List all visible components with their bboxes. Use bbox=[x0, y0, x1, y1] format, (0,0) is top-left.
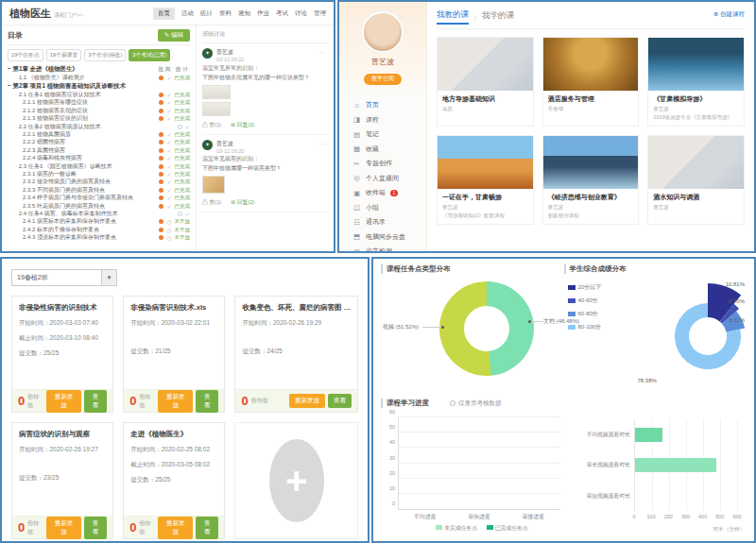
like-button[interactable]: 凸 赞(1) bbox=[202, 198, 221, 207]
filter-chip[interactable]: 19个任务点 bbox=[8, 49, 43, 61]
homework-card: 非侵染病害识别技术.xls开始时间：2020-03-02 22:01 提交数：2… bbox=[123, 296, 225, 413]
post-image[interactable] bbox=[202, 176, 225, 194]
pending-label: 份待批 bbox=[27, 519, 43, 536]
sidebar-item-favorites[interactable]: ▦收藏 bbox=[352, 142, 426, 157]
row-state: 已完成 bbox=[175, 139, 191, 145]
homework-end-time bbox=[242, 334, 351, 341]
filter-radio[interactable]: 仅显示考核数据 bbox=[450, 399, 502, 408]
legend-item[interactable]: 未完成任务点 bbox=[436, 524, 477, 533]
pending-label: 份待批 bbox=[139, 519, 155, 536]
course-card[interactable]: 《甘肃模拟导游》晋艺波2019级旅游专业《甘肃模拟导游》 bbox=[647, 37, 745, 127]
sidebar-item-paper-check[interactable]: ▥论文检测 bbox=[352, 245, 426, 254]
filter-chip[interactable]: 3个作业(待批) bbox=[84, 49, 126, 61]
space-badge[interactable]: 教学空间 bbox=[364, 74, 402, 85]
check-icon: ✓ bbox=[166, 147, 171, 154]
legend-item[interactable]: 60-80分 bbox=[568, 310, 602, 318]
filter-chip[interactable]: 19个慕课堂 bbox=[46, 49, 82, 61]
tree-row[interactable]: − 第1章 走进《植物医生》批阅 统计 bbox=[8, 64, 190, 74]
nav-item-8[interactable]: 讨论 bbox=[295, 9, 307, 18]
profile-block: 晋艺波 教学空间 bbox=[339, 2, 426, 93]
homework-title: 走进《植物医生》 bbox=[130, 430, 217, 439]
nav-item-6[interactable]: 作业 bbox=[257, 9, 269, 18]
tree-row[interactable]: 2.4.3 浸渍标本的采集和保存制作要点◷未开放 bbox=[8, 233, 190, 241]
course-card[interactable]: 《经济思维与创业教育》晋艺波创新创业课程 bbox=[542, 135, 640, 225]
reissue-button[interactable]: 重新发放 bbox=[289, 394, 325, 408]
sidebar-item-contacts[interactable]: ☷通讯录 bbox=[352, 215, 426, 230]
course-card[interactable]: 一证在手，甘肃畅游晋艺波《导游基础知识》配套课程 bbox=[437, 135, 534, 225]
sidebar-item-notes[interactable]: ▤笔记 bbox=[352, 127, 426, 143]
sidebar-item-groups[interactable]: ◫小组 bbox=[352, 200, 426, 215]
taskpoint-icon bbox=[159, 164, 163, 169]
more-icon[interactable]: ⋯ bbox=[319, 141, 326, 148]
check-icon: ✓ bbox=[166, 203, 171, 210]
course-card[interactable]: 酒店服务与管理乐春华 bbox=[542, 37, 640, 127]
course-portal-link[interactable]: 课程门户>> bbox=[54, 12, 83, 18]
reissue-button[interactable]: 重新发放 bbox=[46, 517, 81, 539]
taskpoint-icon bbox=[159, 195, 163, 200]
course-card[interactable]: 地方导游基础知识马苗 bbox=[437, 37, 534, 127]
groups-icon: ◫ bbox=[352, 203, 361, 212]
like-button[interactable]: 凸 赞(1) bbox=[202, 121, 221, 129]
more-icon[interactable]: ⋯ bbox=[319, 49, 326, 57]
reply-button[interactable]: ✉ 回复(2) bbox=[231, 121, 254, 129]
post-image[interactable] bbox=[202, 85, 231, 99]
avatar[interactable] bbox=[362, 11, 404, 53]
tab-my-teaching[interactable]: 我教的课 bbox=[437, 9, 469, 25]
taskpoint-icon bbox=[159, 235, 163, 240]
add-homework-card[interactable]: + bbox=[234, 422, 358, 539]
reply-button[interactable]: ✉ 回复(2) bbox=[231, 198, 254, 207]
course-card-teacher: 晋艺波 bbox=[442, 204, 528, 211]
discussion-header: 班级讨论 bbox=[202, 28, 328, 43]
tree-row-status: ✓已完成 bbox=[159, 203, 190, 210]
courses-icon: ◨ bbox=[352, 115, 361, 124]
nav-item-3[interactable]: 统计 bbox=[200, 9, 213, 18]
nav-item-1[interactable]: 首页 bbox=[153, 8, 175, 20]
tree-row-status: ✓ bbox=[178, 124, 190, 130]
class-filter-value: 19春植2班 bbox=[17, 273, 48, 282]
pending-label: 份待批 bbox=[27, 393, 43, 410]
nav-item-2[interactable]: 活动 bbox=[181, 9, 194, 18]
reissue-button[interactable]: 重新发放 bbox=[46, 390, 81, 413]
sidebar-item-label: 电脑同步云盘 bbox=[366, 232, 405, 242]
paper-check-icon: ▥ bbox=[352, 247, 361, 253]
sidebar-item-topic-creation[interactable]: ✂专题创作 bbox=[352, 157, 426, 172]
view-button[interactable]: 查看 bbox=[84, 517, 107, 539]
sidebar-item-live-room[interactable]: ◎个人直播间 bbox=[352, 171, 426, 186]
reissue-button[interactable]: 重新发放 bbox=[158, 390, 193, 413]
reissue-button[interactable]: 重新发放 bbox=[158, 517, 193, 539]
nav-item-5[interactable]: 通知 bbox=[238, 9, 250, 18]
view-button[interactable]: 查看 bbox=[84, 390, 107, 413]
legend-item[interactable]: 已完成任务点 bbox=[487, 524, 528, 533]
legend-item[interactable]: 20分以下 bbox=[568, 283, 602, 292]
course-card[interactable]: 酒水知识与调酒晋艺波 bbox=[647, 135, 745, 225]
legend-item[interactable]: 80-100分 bbox=[568, 323, 602, 331]
post-image[interactable] bbox=[202, 102, 231, 116]
tree-row[interactable]: − 第2章 项目1 植物病害基础知识及诊断技术 bbox=[8, 81, 190, 91]
sidebar-item-cloud-disk[interactable]: ⬒电脑同步云盘 bbox=[352, 229, 426, 245]
leader-dot bbox=[441, 326, 444, 329]
pending-count: 0 bbox=[18, 394, 25, 408]
nav-item-7[interactable]: 考试 bbox=[276, 9, 288, 18]
nav-item-4[interactable]: 资料 bbox=[219, 9, 232, 18]
homework-card-footer: 0份待批重新发放查看 bbox=[124, 516, 224, 538]
filter-chip[interactable]: 3个考试(已发) bbox=[129, 49, 170, 61]
h-bar[interactable] bbox=[635, 458, 716, 472]
legend-label: 60-80分 bbox=[578, 310, 598, 318]
nav-item-9[interactable]: 管理 bbox=[314, 9, 326, 18]
tab-my-learning[interactable]: 我学的课 bbox=[482, 10, 514, 24]
view-button[interactable]: 查看 bbox=[196, 517, 218, 539]
view-button[interactable]: 查看 bbox=[196, 390, 218, 413]
view-button[interactable]: 查看 bbox=[328, 394, 352, 408]
class-filter-select[interactable]: 19春植2班 ▼ bbox=[11, 269, 117, 286]
create-course-button[interactable]: ⊕ 创建课程 bbox=[713, 10, 745, 19]
sidebar-item-inbox[interactable]: ▣收件箱1 bbox=[352, 186, 426, 201]
sidebar-item-courses[interactable]: ◨课程 bbox=[352, 112, 426, 127]
check-icon: ✓ bbox=[166, 178, 171, 185]
post-author: 晋艺波 bbox=[216, 140, 244, 148]
tree-row-status: ✓已完成 bbox=[159, 108, 190, 114]
edit-button[interactable]: ✎ 编辑 bbox=[158, 29, 190, 42]
tree-row[interactable]: · 1.1 《植物医生》课程简介✓已完成 bbox=[8, 74, 190, 81]
h-bar[interactable] bbox=[635, 428, 662, 442]
sidebar-item-home[interactable]: ⌂首页 bbox=[352, 98, 426, 113]
legend-item[interactable]: 40-60分 bbox=[568, 297, 602, 305]
